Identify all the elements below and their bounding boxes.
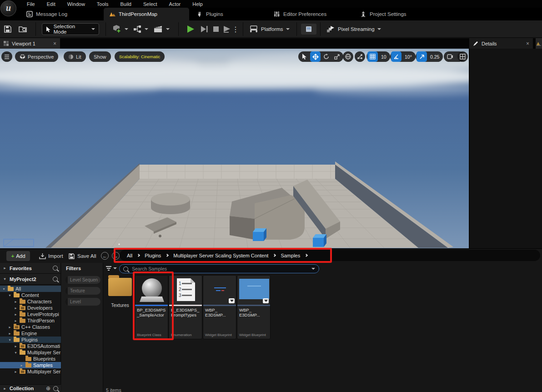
menu-actor[interactable]: Actor xyxy=(163,1,187,7)
add-actor-button[interactable] xyxy=(112,23,128,35)
viewport-3d-scene[interactable] xyxy=(0,49,469,248)
close-icon[interactable]: × xyxy=(526,40,529,47)
import-button[interactable]: Import xyxy=(39,251,63,261)
play-button[interactable] xyxy=(186,24,196,34)
save-all-button[interactable]: Save All xyxy=(68,251,96,261)
tree-item-all[interactable]: ▾All xyxy=(0,286,61,292)
rotation-snap-value[interactable]: 10° xyxy=(402,54,415,60)
filter-texture[interactable]: Texture xyxy=(65,287,100,295)
menu-build[interactable]: Build xyxy=(115,1,137,7)
menu-edit[interactable]: Edit xyxy=(41,1,61,7)
asset-card-bp-sampleactor[interactable]: BP_E3DSMPS_SampleActor Blueprint Class xyxy=(135,275,168,339)
launch-button[interactable] xyxy=(222,24,232,34)
scale-snap-toggle[interactable] xyxy=(417,51,427,62)
project-header[interactable]: ▾ MyProject2 xyxy=(0,274,60,285)
breadcrumb-plugins[interactable]: Plugins xyxy=(145,253,161,258)
device-profile-button[interactable] xyxy=(301,24,316,35)
pixel-streaming-dropdown[interactable]: Pixel Streaming xyxy=(326,23,381,35)
search-input[interactable] xyxy=(131,266,309,272)
tree-item-engine[interactable]: ▸Engine xyxy=(0,330,61,337)
tab-editor-preferences[interactable]: Editor Preferences xyxy=(268,8,332,20)
partial-tab[interactable] xyxy=(536,38,542,49)
search-icon[interactable] xyxy=(53,386,58,391)
quad-view-button[interactable] xyxy=(457,51,468,62)
tree-item-multiplayer-server[interactable]: ▾Multiplayer Ser xyxy=(0,349,61,356)
close-icon[interactable]: × xyxy=(53,40,56,47)
unreal-engine-logo-icon[interactable]: u xyxy=(0,0,16,16)
platforms-dropdown[interactable]: Platforms xyxy=(249,23,290,35)
perspective-dropdown[interactable]: Perspective xyxy=(15,51,58,62)
add-button[interactable]: + Add xyxy=(6,251,30,261)
scalability-warning-button[interactable]: Scalability: Cinematic xyxy=(115,51,165,62)
chevron-down-icon[interactable] xyxy=(311,268,315,270)
tab-message-log[interactable]: Message Log xyxy=(21,8,73,20)
tree-item-cpp-classes[interactable]: ▸C++ Classes xyxy=(0,324,61,330)
tab-plugins[interactable]: Plugins xyxy=(191,8,229,20)
asset-card-wbp-1[interactable]: WBP_E3DSMP... Widget Blueprint xyxy=(203,275,236,339)
tree-item-developers[interactable]: ▸Developers xyxy=(0,305,61,311)
lit-dropdown[interactable]: Lit xyxy=(64,51,86,62)
tab-project-settings[interactable]: Project Settings xyxy=(355,8,412,20)
viewport-3d[interactable]: Perspective Lit Show Scalability: Cinema… xyxy=(0,49,469,248)
rotation-snap-toggle[interactable] xyxy=(391,51,401,62)
save-current-level-button[interactable] xyxy=(3,24,13,34)
details-tab[interactable]: Details × xyxy=(469,38,533,49)
world-local-toggle-button[interactable] xyxy=(343,51,353,62)
tree-item-e3dsautomation[interactable]: ▸E3DSAutomati xyxy=(0,343,61,349)
rotate-tool-button[interactable] xyxy=(321,51,331,62)
filter-level[interactable]: Level xyxy=(65,298,100,306)
tree-item-multiplayer-server-2[interactable]: ▸Multiplayer Ser xyxy=(0,368,61,375)
tab-thirdpersonmap[interactable]: ThirdPersonMap xyxy=(104,8,189,20)
blueprints-button[interactable] xyxy=(133,23,148,35)
search-icon xyxy=(123,266,128,271)
cinematics-button[interactable] xyxy=(154,23,170,35)
camera-speed-button[interactable] xyxy=(445,51,455,62)
favorites-header[interactable]: ▸ Favorites xyxy=(0,263,60,274)
asset-card-enum-prompttypes[interactable]: 1 2 3 E_E3DSMPS_PromptTypes Enumeration xyxy=(169,275,202,339)
breadcrumb-plugin-content[interactable]: Multiplayer Server Scaling System Conten… xyxy=(173,253,268,258)
tree-item-plugins[interactable]: ▾Plugins xyxy=(0,337,61,343)
menu-tools[interactable]: Tools xyxy=(91,1,115,7)
viewport-options-menu-button[interactable] xyxy=(1,51,12,62)
breadcrumb-all[interactable]: All xyxy=(127,253,132,258)
add-collection-icon[interactable]: ⊕ xyxy=(46,385,50,392)
scene-blue-cube-2[interactable] xyxy=(313,234,326,247)
scale-tool-button[interactable] xyxy=(332,51,342,62)
asset-folder-textures[interactable]: Textures xyxy=(106,275,134,325)
filter-dropdown-button[interactable] xyxy=(105,266,117,271)
browse-content-button[interactable] xyxy=(18,24,28,34)
scene-cylinder[interactable] xyxy=(151,193,190,214)
asset-card-wbp-2[interactable]: WBP_E3DSMP... Widget Blueprint xyxy=(237,275,271,339)
search-assets-field[interactable] xyxy=(119,264,319,273)
filter-level-sequence[interactable]: Level Sequen xyxy=(65,276,100,284)
menu-help[interactable]: Help xyxy=(186,1,209,7)
grid-snap-toggle[interactable] xyxy=(367,51,378,62)
tree-item-characters[interactable]: ▸Characters xyxy=(0,298,61,305)
viewport-tab[interactable]: Viewport 1 × xyxy=(0,38,60,49)
stop-button[interactable] xyxy=(211,24,221,34)
menu-file[interactable]: File xyxy=(21,1,41,7)
tree-item-thirdperson[interactable]: ▸ThirdPerson xyxy=(0,317,61,324)
breadcrumb-samples[interactable]: Samples xyxy=(281,253,300,258)
frame-skip-button[interactable] xyxy=(199,24,209,34)
menu-select[interactable]: Select xyxy=(137,1,163,7)
show-dropdown[interactable]: Show xyxy=(89,51,111,62)
collection-header[interactable]: ▸ Collection ⊕ xyxy=(0,384,61,392)
scene-blue-cube-1[interactable] xyxy=(253,228,266,241)
tree-item-content[interactable]: ▾Content xyxy=(0,292,61,298)
search-icon[interactable] xyxy=(53,266,58,271)
tree-item-samples[interactable]: ▸Samples xyxy=(0,362,61,368)
move-tool-button[interactable] xyxy=(310,51,321,62)
selection-mode-dropdown[interactable]: Selection Mode xyxy=(42,23,99,35)
forward-button[interactable]: → xyxy=(112,252,120,260)
back-button[interactable]: ← xyxy=(101,252,109,260)
select-tool-button[interactable] xyxy=(299,51,310,62)
tree-item-blueprints[interactable]: Blueprints xyxy=(0,356,61,362)
search-icon[interactable] xyxy=(53,276,58,281)
tree-item-levelprototyping[interactable]: ▸LevelPrototypi xyxy=(0,311,61,317)
play-options-kebab-icon[interactable]: ⋮ xyxy=(233,24,238,34)
surface-snapping-button[interactable] xyxy=(355,51,365,62)
scale-snap-value[interactable]: 0.25 xyxy=(427,54,442,60)
grid-snap-value[interactable]: 10 xyxy=(378,54,389,60)
menu-window[interactable]: Window xyxy=(61,1,91,7)
